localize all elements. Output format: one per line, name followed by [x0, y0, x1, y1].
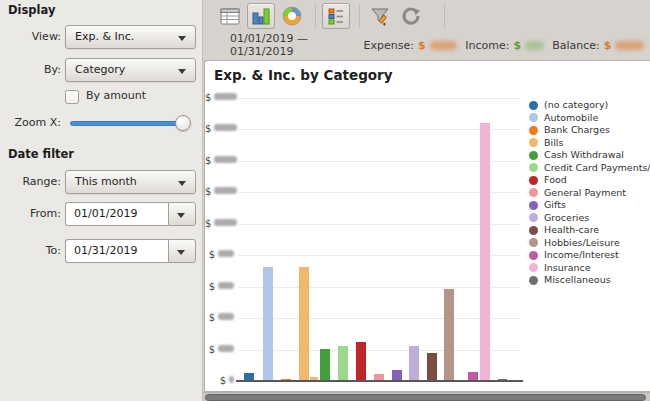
legend-item: (no category) — [529, 99, 608, 111]
y-axis-tick-label: $ — [205, 155, 234, 166]
range-row: Range: This month — [0, 170, 203, 194]
chevron-down-icon — [178, 181, 186, 186]
y-axis-tick-label: $ — [205, 312, 234, 323]
legend-label: Credit Card Payments/… — [544, 163, 650, 173]
date-range-text: 01/01/2019 — 01/31/2019 — [230, 32, 355, 58]
toolbar-separator — [444, 4, 445, 28]
y-tick-amount-redacted — [218, 250, 234, 257]
range-select[interactable]: This month — [65, 170, 196, 194]
summary-row: 01/01/2019 — 01/31/2019 Expense: $ Incom… — [203, 32, 650, 58]
legend-color-dot — [529, 201, 538, 210]
chevron-down-icon — [177, 213, 185, 218]
legend-item: Insurance — [529, 262, 591, 274]
y-tick-currency: $ — [205, 218, 211, 229]
bar-automobile-expense — [263, 267, 273, 381]
legend-list-icon — [327, 7, 345, 25]
y-tick-amount-redacted — [214, 124, 237, 131]
y-axis-tick-label: $ — [205, 281, 234, 292]
chart-title: Exp. & Inc. by Category — [214, 67, 393, 83]
to-date-dropdown-button[interactable] — [168, 239, 196, 263]
range-label: Range: — [0, 170, 61, 194]
y-tick-currency: $ — [209, 312, 215, 323]
income-amount-redacted — [525, 41, 544, 50]
legend-item: Hobbies/Leisure — [529, 237, 620, 249]
from-date-input[interactable]: 01/01/2019 — [65, 202, 168, 226]
zoom-x-slider-handle[interactable] — [175, 115, 191, 131]
y-tick-currency: $ — [220, 375, 226, 386]
table-list-icon — [220, 8, 240, 25]
options-sidebar: Display View: Exp. & Inc. By: Category B… — [0, 0, 203, 401]
column-chart-view-button[interactable] — [247, 3, 275, 29]
legend-color-dot — [529, 251, 538, 260]
legend-item: Bank Charges — [529, 124, 610, 136]
range-select-value: This month — [75, 175, 137, 188]
chevron-down-icon — [177, 250, 185, 255]
edit-filter-button[interactable] — [366, 3, 394, 29]
y-axis-tick-label: $ — [205, 249, 234, 260]
legend-label: General Payment — [544, 188, 626, 198]
to-date-value: 01/31/2019 — [74, 244, 137, 257]
legend-color-dot — [529, 151, 538, 160]
legend-color-dot — [529, 101, 538, 110]
toolbar-separator — [315, 4, 316, 28]
balance-label: Balance: — [552, 39, 600, 52]
zoom-x-label: Zoom X: — [0, 111, 61, 135]
toggle-legend-button[interactable] — [322, 3, 350, 29]
y-tick-currency: $ — [209, 344, 215, 355]
y-tick-amount-redacted — [214, 219, 237, 226]
y-tick-currency: $ — [205, 123, 211, 134]
legend-label: Groceries — [544, 213, 589, 223]
by-amount-checkbox[interactable] — [65, 90, 79, 104]
by-amount-label: By amount — [86, 89, 146, 102]
legend-color-dot — [529, 138, 538, 147]
legend-item: Miscellaneous — [529, 274, 611, 286]
horizontal-scrollbar-thumb[interactable] — [205, 394, 646, 401]
y-gridline — [238, 318, 520, 319]
statistics-window: Display View: Exp. & Inc. By: Category B… — [0, 0, 650, 401]
legend-label: Bills — [544, 138, 563, 148]
from-date-dropdown-button[interactable] — [168, 202, 196, 226]
refresh-button[interactable] — [397, 3, 425, 29]
y-axis-tick-label: $ — [205, 186, 234, 197]
legend-color-dot — [529, 176, 538, 185]
legend-item: Automobile — [529, 112, 598, 124]
y-tick-amount-redacted — [218, 282, 234, 289]
chevron-down-icon — [178, 36, 186, 41]
legend-item: Groceries — [529, 212, 589, 224]
legend-label: Gifts — [544, 200, 566, 210]
legend-color-dot — [529, 238, 538, 247]
expense-currency: $ — [418, 39, 426, 52]
display-section-label: Display — [8, 3, 55, 17]
y-tick-amount-redacted — [214, 93, 237, 100]
view-row: View: Exp. & Inc. — [0, 25, 203, 49]
legend-label: Food — [544, 175, 567, 185]
legend-label: Health-care — [544, 225, 599, 235]
y-axis-tick-label: $ — [205, 218, 234, 229]
toolbar-separator — [359, 4, 360, 28]
bar-hobbies-leisure-expense — [444, 289, 454, 381]
legend-color-dot — [529, 113, 538, 122]
horizontal-scrollbar[interactable] — [203, 392, 650, 401]
y-gridline — [238, 350, 520, 351]
zoom-x-slider[interactable] — [70, 121, 188, 126]
legend-label: Automobile — [544, 113, 598, 123]
legend-color-dot — [529, 226, 538, 235]
legend-color-dot — [529, 213, 538, 222]
income-currency: $ — [513, 39, 521, 52]
expense-amount-redacted — [430, 41, 458, 50]
legend-item: Bills — [529, 137, 563, 149]
legend-item: Credit Card Payments/… — [529, 162, 650, 174]
by-row: By: Category — [0, 58, 203, 82]
bar-insurance-expense — [480, 123, 490, 381]
legend-item: Gifts — [529, 199, 566, 211]
by-select[interactable]: Category — [65, 58, 196, 82]
bar-food-expense — [356, 342, 366, 381]
to-date-input[interactable]: 01/31/2019 — [65, 239, 168, 263]
x-axis-line — [236, 380, 523, 382]
legend-label: (no category) — [544, 100, 608, 110]
by-select-value: Category — [75, 63, 125, 76]
list-view-button[interactable] — [216, 3, 244, 29]
refresh-icon — [401, 6, 421, 26]
view-select[interactable]: Exp. & Inc. — [65, 25, 196, 49]
donut-chart-view-button[interactable] — [278, 3, 306, 29]
